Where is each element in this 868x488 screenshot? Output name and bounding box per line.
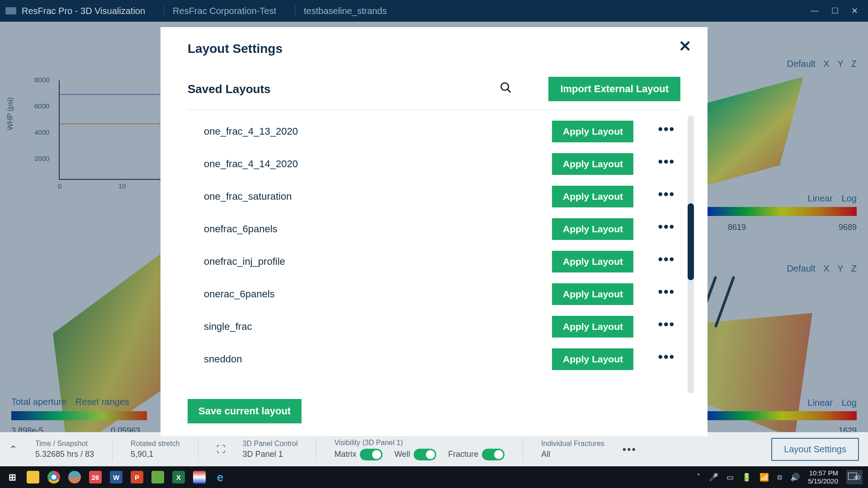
more-options-icon[interactable]: ••• (658, 160, 675, 164)
import-external-layout-button[interactable]: Import External Layout (548, 77, 680, 101)
saved-layouts-list: one_frac_4_13_2020Apply Layout•••one_fra… (188, 115, 690, 397)
modal-overlay: ✕ Layout Settings Saved Layouts Import E… (0, 0, 868, 488)
apply-layout-button[interactable]: Apply Layout (552, 121, 633, 142)
apply-layout-button[interactable]: Apply Layout (552, 153, 633, 175)
scrollbar-track[interactable] (688, 115, 694, 394)
more-options-icon[interactable]: ••• (658, 257, 675, 261)
app-icon-2[interactable] (147, 468, 168, 486)
calendar-icon[interactable]: 26 (85, 468, 106, 486)
more-options-icon[interactable]: ••• (658, 192, 675, 196)
layout-name: onefrac_6panels (188, 223, 278, 235)
word-icon[interactable]: W (106, 468, 127, 486)
start-icon[interactable]: ⊞ (2, 468, 23, 486)
apply-layout-button[interactable]: Apply Layout (552, 218, 633, 240)
battery-icon[interactable]: 🔋 (742, 473, 751, 482)
layout-name: one_frac_4_14_2020 (188, 158, 298, 170)
layout-name: onerac_6panels (188, 288, 275, 300)
more-options-icon[interactable]: ••• (658, 225, 675, 229)
layout-name: onefrac_inj_profile (188, 256, 285, 267)
svg-line-1 (508, 89, 511, 92)
excel-icon[interactable]: X (168, 468, 189, 486)
volume-icon[interactable]: 🔊 (790, 473, 800, 482)
wifi-icon[interactable]: 📶 (760, 473, 769, 482)
powerpoint-icon[interactable]: P (127, 468, 147, 486)
modal-title: Layout Settings (160, 42, 708, 69)
layout-name: one_frac_saturation (188, 191, 292, 202)
save-current-layout-button[interactable]: Save current layout (188, 399, 302, 423)
more-options-icon[interactable]: ••• (658, 355, 675, 359)
apply-layout-button[interactable]: Apply Layout (552, 186, 633, 207)
file-explorer-icon[interactable] (23, 468, 43, 486)
more-options-icon[interactable]: ••• (658, 290, 675, 294)
close-icon[interactable]: ✕ (679, 37, 691, 55)
apply-layout-button[interactable]: Apply Layout (552, 283, 633, 305)
svg-point-0 (501, 83, 509, 90)
tray-chevron-up-icon[interactable]: ˄ (697, 473, 701, 482)
layout-row: single_fracApply Layout••• (188, 310, 690, 343)
resfrac-icon[interactable] (189, 468, 210, 486)
more-options-icon[interactable]: ••• (658, 127, 675, 131)
layout-row: one_frac_4_14_2020Apply Layout••• (188, 148, 690, 180)
chrome-icon[interactable] (43, 468, 64, 486)
layout-settings-modal: ✕ Layout Settings Saved Layouts Import E… (160, 27, 708, 436)
input-icon[interactable]: ▭ (726, 473, 734, 482)
clock-date: 5/15/2020 (808, 477, 838, 485)
layout-row: one_frac_saturationApply Layout••• (188, 180, 690, 213)
clock-time: 10:57 PM (809, 469, 838, 477)
scrollbar-thumb[interactable] (688, 203, 694, 280)
more-options-icon[interactable]: ••• (658, 322, 675, 326)
layout-name: sneddon (188, 353, 242, 365)
saved-layouts-heading: Saved Layouts (188, 82, 271, 96)
apply-layout-button[interactable]: Apply Layout (552, 316, 633, 338)
layout-row: one_frac_4_13_2020Apply Layout••• (188, 115, 690, 148)
microphone-icon[interactable]: 🎤 (709, 473, 718, 482)
dropbox-icon[interactable]: ⧈ (777, 473, 782, 482)
clock[interactable]: 10:57 PM 5/15/2020 (808, 469, 838, 485)
layout-row: onerac_6panelsApply Layout••• (188, 278, 690, 310)
notifications-icon[interactable]: 40 (846, 470, 863, 484)
edge-icon[interactable]: e (210, 468, 231, 486)
search-icon[interactable] (500, 81, 512, 97)
apply-layout-button[interactable]: Apply Layout (552, 348, 633, 370)
apply-layout-button[interactable]: Apply Layout (552, 251, 633, 272)
layout-name: single_frac (188, 321, 252, 333)
layout-row: onefrac_6panelsApply Layout••• (188, 213, 690, 245)
layout-row: sneddonApply Layout••• (188, 343, 690, 375)
layout-row: onefrac_inj_profileApply Layout••• (188, 245, 690, 278)
layout-name: one_frac_4_13_2020 (188, 126, 298, 137)
app-icon-1[interactable] (64, 468, 85, 486)
windows-taskbar: ⊞ 26 W P X e ˄ 🎤 ▭ 🔋 📶 ⧈ 🔊 10:57 PM 5/15… (0, 466, 868, 488)
